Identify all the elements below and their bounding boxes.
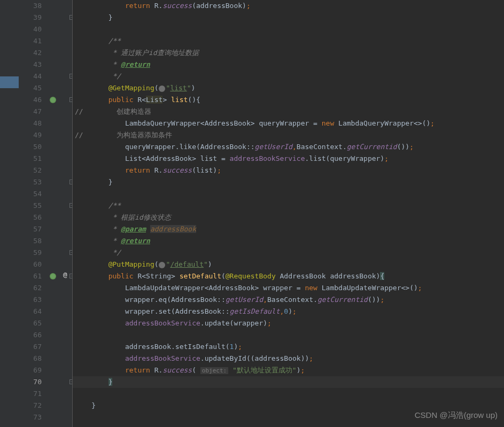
code-line[interactable]: wrapper.eq(AddressBook::getUserId,BaseCo…	[73, 294, 504, 306]
line-number[interactable]: 42	[19, 47, 42, 59]
code-line[interactable]: /**	[73, 35, 504, 47]
code-line[interactable]: return R.success( object: "默认地址设置成功");	[73, 364, 504, 376]
code-line[interactable]	[73, 329, 504, 341]
endpoint-icon[interactable]	[50, 273, 56, 280]
code-line[interactable]: addressBookService.update(wrapper);	[73, 317, 504, 329]
line-number[interactable]: 66	[19, 329, 42, 341]
code-line[interactable]: }	[73, 400, 504, 412]
line-number[interactable]: 65	[19, 317, 42, 329]
line-number[interactable]: 48	[19, 118, 42, 129]
line-number[interactable]: 60	[19, 259, 42, 270]
code-line[interactable]: * @return	[73, 235, 504, 247]
code-line[interactable]: /**	[73, 200, 504, 212]
line-number[interactable]: 69	[19, 364, 42, 376]
icon-gutter[interactable]: −−−−−−@−−	[48, 0, 72, 427]
line-number[interactable]: 45	[19, 82, 42, 94]
line-number[interactable]: 41	[19, 35, 42, 47]
code-line[interactable]: LambdaUpdateWrapper<AddressBook> wrapper…	[73, 282, 504, 294]
line-number[interactable]: 64	[19, 306, 42, 317]
code-content[interactable]: return R.success(addressBook); } /** * 通…	[72, 0, 504, 427]
line-number[interactable]: 67	[19, 341, 42, 353]
line-number[interactable]: 72	[19, 400, 42, 412]
code-line[interactable]: public R<String> setDefault(@RequestBody…	[73, 270, 504, 282]
code-line[interactable]: * @return	[73, 59, 504, 71]
line-number[interactable]: 56	[19, 212, 42, 223]
line-number[interactable]: 54	[19, 188, 42, 200]
code-line[interactable]: return R.success(list);	[73, 165, 504, 176]
code-line[interactable]: List<AddressBook> list = addressBookServ…	[73, 153, 504, 165]
line-number[interactable]: 68	[19, 353, 42, 364]
code-line[interactable]: }	[73, 376, 504, 388]
line-number[interactable]: 61	[19, 270, 42, 282]
code-line[interactable]: */	[73, 247, 504, 259]
line-number[interactable]: 50	[19, 141, 42, 153]
code-line[interactable]: // 创建构造器	[73, 106, 504, 118]
code-line[interactable]: * @param addressBook	[73, 223, 504, 235]
code-line[interactable]	[73, 388, 504, 400]
line-number[interactable]: 47	[19, 106, 42, 118]
code-line[interactable]: @GetMapping("list")	[73, 82, 504, 94]
line-number[interactable]: 73	[19, 412, 42, 423]
code-line[interactable]: */	[73, 71, 504, 82]
line-number[interactable]: 44	[19, 71, 42, 82]
left-sidebar-strip	[0, 0, 19, 427]
line-number[interactable]: 55	[19, 200, 42, 212]
line-number[interactable]: 43	[19, 59, 42, 71]
code-line[interactable]: queryWrapper.like(AddressBook::getUserId…	[73, 141, 504, 153]
url-mapping-icon	[159, 262, 165, 268]
code-line[interactable]: public R<List> list(){	[73, 94, 504, 106]
code-line[interactable]: wrapper.set(AddressBook::getIsDefault,0)…	[73, 306, 504, 317]
code-line[interactable]	[73, 188, 504, 200]
line-number[interactable]: 39	[19, 12, 42, 24]
line-number[interactable]: 63	[19, 294, 42, 306]
line-number[interactable]: 70	[19, 376, 42, 388]
line-number[interactable]: 53	[19, 176, 42, 188]
code-line[interactable]: addressBook.setIsDefault(1);	[73, 341, 504, 353]
line-number[interactable]: 52	[19, 165, 42, 176]
code-line[interactable]: return R.success(addressBook);	[73, 0, 504, 12]
code-line[interactable]: }	[73, 12, 504, 24]
code-line[interactable]: @PutMapping("/default")	[73, 259, 504, 270]
line-number[interactable]: 57	[19, 223, 42, 235]
line-number[interactable]: 49	[19, 129, 42, 141]
endpoint-icon[interactable]	[50, 97, 56, 103]
line-number[interactable]: 58	[19, 235, 42, 247]
code-line[interactable]: * 根据id修改状态	[73, 212, 504, 223]
code-line[interactable]: * 通过账户id查询地址数据	[73, 47, 504, 59]
code-line[interactable]	[73, 24, 504, 35]
code-line[interactable]: addressBookService.updateById((addressBo…	[73, 353, 504, 364]
csdn-watermark: CSDN @冯浩(grow up)	[415, 410, 498, 421]
code-line[interactable]: LambdaQueryWrapper<AddressBook> queryWra…	[73, 118, 504, 129]
line-number[interactable]: 51	[19, 153, 42, 165]
code-line[interactable]: }	[73, 176, 504, 188]
change-marker	[0, 76, 19, 88]
code-editor: 3839404142434445464748495051525354555657…	[0, 0, 504, 427]
line-number[interactable]: 38	[19, 0, 42, 12]
line-number[interactable]: 71	[19, 388, 42, 400]
line-number-gutter[interactable]: 3839404142434445464748495051525354555657…	[19, 0, 48, 427]
url-mapping-icon	[159, 86, 165, 92]
line-number[interactable]: 59	[19, 247, 42, 259]
code-line[interactable]: // 为构造器添加条件	[73, 129, 504, 141]
line-number[interactable]: 62	[19, 282, 42, 294]
line-number[interactable]: 40	[19, 24, 42, 35]
recursive-call-icon[interactable]: @	[63, 270, 67, 278]
line-number[interactable]: 46	[19, 94, 42, 106]
